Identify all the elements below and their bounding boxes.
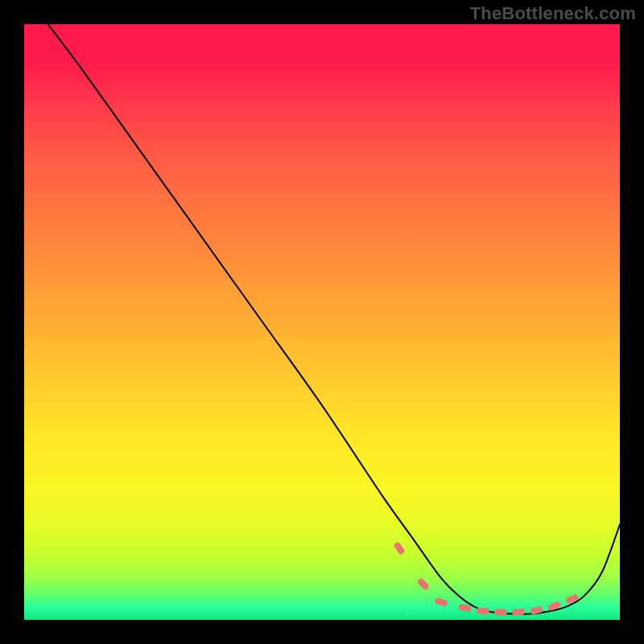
curve-marker — [565, 593, 580, 604]
curve-marker — [434, 597, 448, 607]
curve-marker — [416, 577, 430, 591]
bottleneck-curve-path — [48, 24, 620, 614]
watermark-label: TheBottleneck.com — [470, 3, 636, 24]
curve-marker — [530, 605, 543, 614]
curve-marker — [477, 607, 489, 614]
marker-group — [393, 541, 579, 616]
curve-marker — [458, 604, 472, 613]
chart-frame: TheBottleneck.com — [0, 0, 644, 644]
plot-area — [24, 24, 620, 620]
curve-marker — [494, 609, 507, 615]
curve-marker — [393, 541, 406, 555]
chart-svg — [24, 24, 620, 620]
